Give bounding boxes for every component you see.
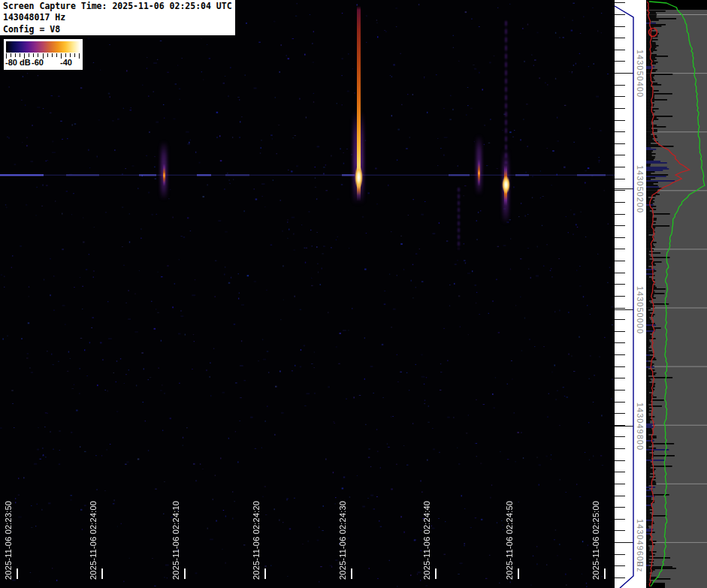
frequency-unit-label: Hz	[635, 561, 645, 572]
frequency-minor-tick	[615, 85, 625, 86]
spectrogram-waterfall: 2025-11-06 02:23:502025-11-06 02:24:0020…	[0, 0, 615, 588]
echo-core	[357, 6, 361, 201]
frequency-minor-tick	[615, 225, 625, 226]
echo-trace	[458, 188, 460, 249]
time-tick	[17, 568, 18, 579]
time-label: 2025-11-06 02:24:40	[422, 501, 432, 580]
frequency-minor-tick	[615, 342, 625, 343]
time-label: 2025-11-06 02:25:00	[591, 501, 601, 580]
frequency-minor-tick	[615, 155, 625, 155]
echo-upper-column	[505, 21, 507, 164]
frequency-axis: 1430504001430502001430500001430498001430…	[615, 0, 646, 588]
frequency-minor-tick	[615, 472, 625, 472]
frequency-major-tick	[615, 73, 633, 74]
colorbar-tick	[38, 53, 38, 57]
time-tick	[435, 568, 437, 579]
frequency-minor-tick	[615, 179, 625, 179]
frequency-minor-tick	[615, 565, 625, 566]
frequency-minor-tick	[615, 366, 625, 367]
time-label: 2025-11-06 02:24:50	[505, 501, 515, 580]
frequency-minor-tick	[615, 390, 625, 390]
frequency-readout-text: 143048017 Hz	[3, 12, 235, 23]
frequency-minor-tick	[615, 120, 625, 121]
capture-time-text: Screen Capture Time: 2025-11-06 02:25:04…	[3, 1, 235, 12]
colorbar-tick	[79, 53, 80, 59]
echo-halo	[476, 135, 482, 195]
frequency-minor-tick	[615, 131, 625, 132]
time-tick	[351, 568, 352, 579]
frequency-minor-tick	[615, 448, 625, 449]
frequency-tick-label: 143050400	[635, 50, 645, 98]
frequency-minor-tick	[615, 319, 625, 320]
time-label: 2025-11-06 02:23:50	[4, 501, 14, 580]
frequency-minor-tick	[615, 202, 625, 203]
time-tick	[264, 568, 266, 579]
echo-core	[163, 164, 165, 186]
frequency-minor-tick	[615, 284, 625, 285]
frequency-minor-tick	[615, 61, 625, 62]
frequency-minor-tick	[615, 378, 625, 378]
echo-core	[478, 159, 480, 186]
frequency-minor-tick	[615, 484, 625, 484]
echo-core	[504, 165, 507, 206]
frequency-major-tick	[615, 188, 633, 189]
colorbar-label-max: -40	[60, 58, 72, 67]
config-text: Config = V8	[3, 24, 235, 35]
frequency-minor-tick	[615, 331, 625, 332]
time-label: 2025-11-06 02:24:00	[89, 501, 98, 580]
echo-blob	[355, 165, 363, 189]
echo-halo	[503, 149, 509, 224]
time-tick	[184, 568, 186, 579]
colorbar-tick	[33, 53, 34, 57]
frequency-minor-tick	[615, 460, 625, 461]
frequency-minor-tick	[615, 496, 625, 496]
frequency-minor-tick	[615, 554, 625, 555]
frequency-minor-tick	[615, 308, 625, 309]
frequency-minor-tick	[615, 436, 625, 437]
frequency-minor-tick	[615, 402, 625, 403]
colorbar-tick	[70, 53, 71, 57]
frequency-tick-label: 143050000	[635, 286, 645, 334]
frequency-minor-tick	[615, 214, 625, 215]
colorbar-gradient	[6, 41, 80, 53]
capture-info-box: Screen Capture Time: 2025-11-06 02:25:04…	[0, 0, 235, 35]
echo-blob	[502, 176, 510, 194]
colorbar-tick	[52, 53, 53, 57]
time-tick	[101, 568, 103, 579]
frequency-minor-tick	[615, 413, 625, 414]
frequency-minor-tick	[615, 143, 625, 144]
frequency-major-tick	[615, 309, 633, 310]
spectrum-side-panel	[646, 0, 707, 588]
intensity-colorbar: -80 dB -60 -40	[4, 39, 83, 70]
frequency-minor-tick	[615, 249, 625, 249]
frequency-minor-tick	[615, 354, 625, 355]
frequency-minor-tick	[615, 577, 625, 578]
frequency-minor-tick	[615, 507, 625, 508]
colorbar-tick	[11, 53, 11, 57]
frequency-tick-label: 143050200	[635, 165, 645, 213]
colorbar-tick	[56, 53, 57, 57]
colorbar-tick	[20, 53, 20, 57]
frequency-minor-tick	[615, 190, 625, 191]
frequency-minor-tick	[615, 108, 625, 109]
time-tick	[518, 568, 519, 579]
echo-halo	[353, 111, 364, 204]
frequency-minor-tick	[615, 2, 625, 3]
frequency-minor-tick	[615, 26, 625, 27]
frequency-minor-tick	[615, 167, 625, 167]
spectrogram-app-window: 2025-11-06 02:23:502025-11-06 02:24:0020…	[0, 0, 707, 588]
frequency-minor-tick	[615, 237, 625, 238]
colorbar-tick	[15, 53, 16, 57]
frequency-minor-tick	[615, 261, 625, 261]
frequency-major-tick	[615, 542, 633, 543]
colorbar-tick	[29, 53, 29, 57]
frequency-minor-tick	[615, 38, 625, 38]
frequency-tick-label: 143049600	[635, 519, 645, 567]
frequency-minor-tick	[615, 50, 625, 50]
time-label: 2025-11-06 02:24:30	[338, 501, 348, 580]
time-label: 2025-11-06 02:24:20	[252, 501, 261, 580]
echo-halo	[161, 141, 167, 200]
time-label: 2025-11-06 02:24:10	[171, 501, 181, 580]
frequency-tick-label: 143049800	[635, 403, 645, 451]
frequency-minor-tick	[615, 14, 625, 15]
